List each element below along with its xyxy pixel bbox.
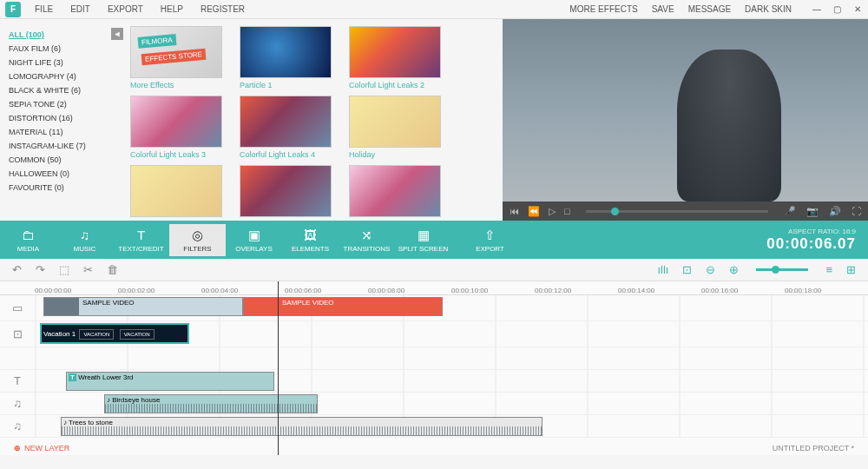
audio-track-icon: ♫ <box>0 397 35 410</box>
gallery-item-particle[interactable]: Particle 1 <box>240 26 332 92</box>
skip-start-icon[interactable]: ⏮ <box>510 206 519 216</box>
volume-icon[interactable]: 🔊 <box>829 206 841 217</box>
stop-icon[interactable]: □ <box>564 206 570 216</box>
gallery-item-holiday[interactable]: Holiday <box>349 96 441 162</box>
play-icon[interactable]: ▷ <box>549 206 556 217</box>
sidebar-item-faux-film[interactable]: FAUX FILM (6) <box>9 42 125 56</box>
mode-tabs: 🗀MEDIA ♫MUSIC TTEXT/CREDIT ◎FILTERS ▣OVE… <box>0 221 868 259</box>
zoom-out-icon[interactable]: ⊖ <box>706 263 715 276</box>
cut-icon[interactable]: ✂ <box>83 263 93 276</box>
list-view-icon[interactable]: ≡ <box>825 263 832 276</box>
clip-video1[interactable]: SAMPLE VIDEO <box>43 297 243 316</box>
clip-audio2[interactable]: ♪ Trees to stone <box>61 417 542 436</box>
thumb-leak[interactable] <box>240 96 332 148</box>
delete-icon[interactable]: 🗑 <box>107 263 118 276</box>
gallery-item-more-effects[interactable]: FILMORA EFFECTS STORE More Effects <box>130 26 222 92</box>
time-display: ASPECT RATIO: 16:9 00:00:06.07 <box>766 228 856 253</box>
crop-icon[interactable]: ⬚ <box>59 263 69 276</box>
close-icon[interactable]: ✕ <box>847 4 861 14</box>
store-badge-effects: EFFECTS STORE <box>141 49 207 65</box>
playback-progress[interactable] <box>586 210 768 213</box>
menu-export[interactable]: EXPORT <box>99 4 152 14</box>
sidebar-item-black-white[interactable]: BLACK & WHITE (6) <box>9 83 125 97</box>
preview-panel: ⏮ ⏪ ▷ □ 🎤 📷 🔊 ⛶ <box>503 19 868 221</box>
gallery-label: Colorful Light Leaks 4 <box>240 148 332 162</box>
mic-icon[interactable]: 🎤 <box>784 206 796 217</box>
sidebar-item-material[interactable]: MATERIAL (11) <box>9 125 125 139</box>
audio-track-icon: ♫ <box>0 419 35 433</box>
filter-category-sidebar: ◄ ALL (100) FAUX FILM (6) NIGHT LIFE (3)… <box>0 19 127 221</box>
undo-icon[interactable]: ↶ <box>12 263 22 276</box>
sidebar-item-lomography[interactable]: LOMOGRAPHY (4) <box>9 69 125 83</box>
sidebar-item-distortion[interactable]: DISTORTION (16) <box>9 111 125 125</box>
sidebar-item-common[interactable]: COMMON (50) <box>9 153 125 167</box>
tab-elements[interactable]: 🖼ELEMENTS <box>282 224 339 256</box>
clip-audio1[interactable]: ♪ Birdseye house <box>104 394 318 413</box>
tab-music[interactable]: ♫MUSIC <box>56 224 113 256</box>
thumb[interactable] <box>349 165 441 217</box>
zoom-fit-icon[interactable]: ⊡ <box>682 263 692 276</box>
tab-filters[interactable]: ◎FILTERS <box>169 224 226 256</box>
zoom-in-icon[interactable]: ⊕ <box>729 263 739 276</box>
sidebar-item-halloween[interactable]: HALLOWEEN (0) <box>9 167 125 181</box>
menu-more-effects[interactable]: MORE EFFECTS <box>562 4 644 14</box>
gallery-label: Colorful Light Leaks 2 <box>349 78 441 92</box>
gallery-item-leak4[interactable]: Colorful Light Leaks 4 <box>240 96 332 162</box>
tab-media[interactable]: 🗀MEDIA <box>0 224 56 256</box>
gallery-item-leak2[interactable]: Colorful Light Leaks 2 <box>349 26 441 92</box>
thumb[interactable] <box>240 165 332 217</box>
menu-register[interactable]: REGISTER <box>192 4 253 14</box>
zoom-slider[interactable] <box>756 268 808 271</box>
menu-dark-skin[interactable]: DARK SKIN <box>738 4 799 14</box>
clip-video2[interactable]: SAMPLE VIDEO <box>243 297 443 316</box>
sidebar-item-favourite[interactable]: FAVOURITE (0) <box>9 181 125 195</box>
clip-vacation[interactable]: Vacation 1 VACATION VACATION <box>40 323 189 344</box>
tab-split[interactable]: ▦SPLIT SCREEN <box>395 224 451 256</box>
menu-help[interactable]: HELP <box>152 4 192 14</box>
tab-transitions[interactable]: ⤨TRANSITIONS <box>339 224 395 256</box>
thumb-particle[interactable] <box>240 26 332 78</box>
video-track-icon: ▭ <box>0 301 35 314</box>
app-logo: F <box>5 2 21 17</box>
export-icon: ⇧ <box>462 228 518 243</box>
preview-video[interactable] <box>503 19 868 201</box>
new-layer-button[interactable]: NEW LAYER <box>24 444 69 452</box>
maximize-icon[interactable]: ▢ <box>826 4 840 14</box>
video-track: ▭ SAMPLE VIDEO SAMPLE VIDEO <box>0 295 868 321</box>
filter-gallery: FILMORA EFFECTS STORE More Effects Parti… <box>127 19 503 221</box>
player-controls: ⏮ ⏪ ▷ □ 🎤 📷 🔊 ⛶ <box>503 201 868 221</box>
playhead[interactable] <box>278 281 279 455</box>
sidebar-collapse-icon[interactable]: ◄ <box>111 28 123 40</box>
redo-icon[interactable]: ↷ <box>36 263 45 276</box>
sidebar-item-instagram[interactable]: INSTAGRAM-LIKE (7) <box>9 139 125 153</box>
sidebar-item-sepia[interactable]: SEPIA TONE (2) <box>9 97 125 111</box>
tab-text[interactable]: TTEXT/CREDIT <box>113 224 169 256</box>
folder-icon: 🗀 <box>0 228 56 243</box>
thumb[interactable] <box>130 165 222 217</box>
sidebar-item-night-life[interactable]: NIGHT LIFE (3) <box>9 56 125 69</box>
tab-overlays[interactable]: ▣OVERLAYS <box>226 224 282 256</box>
menu-save[interactable]: SAVE <box>645 4 681 14</box>
prev-frame-icon[interactable]: ⏪ <box>528 206 540 217</box>
new-layer-plus-icon[interactable]: ⊕ <box>14 444 21 452</box>
time-ruler[interactable]: 00:00:00:00 00:00:02:00 00:00:04:00 00:0… <box>0 281 868 295</box>
menu-message[interactable]: MESSAGE <box>681 4 738 14</box>
sidebar-item-all[interactable]: ALL (100) <box>9 28 125 42</box>
fullscreen-icon[interactable]: ⛶ <box>852 206 861 217</box>
thumb-holiday[interactable] <box>349 96 441 148</box>
gallery-item-leak3[interactable]: Colorful Light Leaks 3 <box>130 96 222 162</box>
thumb-leak[interactable] <box>349 26 441 78</box>
audio-settings-icon[interactable]: ıllı <box>657 263 668 276</box>
vacation-sign: VACATION <box>120 329 155 340</box>
tab-export[interactable]: ⇧EXPORT <box>462 224 518 256</box>
thumb-leak[interactable] <box>130 96 222 148</box>
snapshot-icon[interactable]: 📷 <box>806 206 819 217</box>
clip-text[interactable]: T Wreath Lower 3rd <box>66 372 274 391</box>
minimize-icon[interactable]: — <box>806 4 819 14</box>
thumb-store[interactable]: FILMORA EFFECTS STORE <box>130 26 222 78</box>
ruler-tick: 00:00:00:00 <box>35 287 118 294</box>
menu-file[interactable]: FILE <box>26 4 62 14</box>
preview-figure <box>677 50 781 201</box>
grid-view-icon[interactable]: ⊞ <box>846 263 856 276</box>
menu-edit[interactable]: EDIT <box>62 4 99 14</box>
